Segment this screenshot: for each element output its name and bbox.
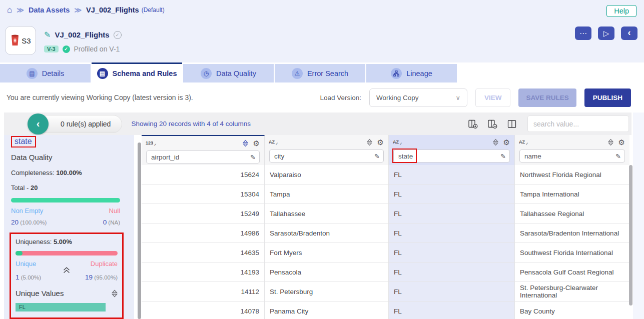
- tab-lineage[interactable]: Lineage: [366, 64, 457, 82]
- header-action-buttons: ⋯ ▷ ‹: [575, 26, 637, 40]
- more-actions-button[interactable]: ⋯: [575, 26, 591, 40]
- cell-airport-id[interactable]: 14193: [142, 262, 265, 282]
- cell-city[interactable]: St. Petersburg: [265, 282, 389, 301]
- cell-state[interactable]: FL: [389, 184, 515, 204]
- cell-name[interactable]: Bay County: [515, 302, 629, 319]
- cell-airport-id[interactable]: 14078: [142, 302, 265, 319]
- cell-name[interactable]: Northwest Florida Regional: [515, 165, 629, 184]
- split-columns-icon[interactable]: [507, 119, 517, 129]
- table-row: 15304 Tampa FL Tampa International: [142, 184, 629, 204]
- column-settings-icon[interactable]: ⚙: [377, 138, 384, 146]
- load-version-label: Load Version:: [320, 94, 361, 102]
- sort-column-icon[interactable]: [608, 138, 613, 146]
- cell-state[interactable]: FL: [389, 243, 515, 262]
- cell-name[interactable]: Tampa International: [515, 184, 629, 204]
- tab-details[interactable]: ▤ Details: [0, 64, 91, 82]
- cell-airport-id[interactable]: 14986: [142, 224, 265, 242]
- cell-city[interactable]: Sarasota/Bradenton: [265, 224, 389, 242]
- verified-icon: ✓: [114, 31, 122, 39]
- cell-city[interactable]: Valparaiso: [265, 165, 389, 184]
- cell-airport-id[interactable]: 15304: [142, 184, 265, 204]
- cell-state[interactable]: FL: [389, 282, 515, 301]
- grid-scrollbar[interactable]: [629, 165, 632, 306]
- cell-name[interactable]: St. Petersburg-Clearwater International: [515, 282, 629, 301]
- column-settings-icon[interactable]: ⚙: [503, 138, 510, 146]
- cell-city[interactable]: Tampa: [265, 184, 389, 204]
- edit-column-icon[interactable]: ✎: [250, 154, 256, 161]
- cell-city[interactable]: Panama City: [265, 302, 389, 319]
- version-bar: You are currently viewing Working Copy (…: [0, 82, 644, 112]
- tab-label: Lineage: [406, 70, 432, 78]
- home-icon[interactable]: ⌂: [7, 6, 12, 14]
- null-count: 0 (NA): [103, 218, 120, 226]
- tab-label: Details: [42, 70, 64, 78]
- tab-error-search[interactable]: ⚠ Error Search: [275, 64, 365, 82]
- save-rules-button[interactable]: SAVE RULES: [518, 88, 576, 107]
- unique-count: 1 (5.00%): [16, 274, 41, 281]
- tab-data-quality[interactable]: ◷ Data Quality: [183, 64, 274, 82]
- column-name-input[interactable]: [150, 153, 250, 162]
- cell-airport-id[interactable]: 14112: [142, 282, 265, 301]
- chevron-left-icon: ‹: [37, 118, 40, 130]
- collapse-section-icon[interactable]: [63, 267, 71, 275]
- cell-name[interactable]: Pensacola Gulf Coast Regional: [515, 262, 629, 282]
- add-column-icon[interactable]: [468, 119, 478, 129]
- asset-title: VJ_002_Flights: [55, 30, 109, 39]
- cell-city[interactable]: Pensacola: [265, 262, 389, 282]
- sort-column-icon[interactable]: [367, 138, 372, 146]
- cell-airport-id[interactable]: 15249: [142, 204, 265, 223]
- unique-value-bar[interactable]: FL: [16, 303, 106, 312]
- tab-schema-and-rules[interactable]: ▤ Schema and Rules: [92, 62, 182, 82]
- total-line: Total - 20: [11, 184, 134, 192]
- table-row: 15249 Tallahassee FL Tallahassee Regiona…: [142, 204, 629, 224]
- publish-button[interactable]: PUBLISH: [584, 88, 631, 107]
- cell-name[interactable]: Southwest Florida International: [515, 243, 629, 262]
- edit-column-icon[interactable]: ✎: [374, 152, 380, 160]
- cell-city[interactable]: Tallahassee: [265, 204, 389, 223]
- selected-column-name-annotated[interactable]: state: [11, 136, 36, 148]
- sort-column-icon[interactable]: [493, 138, 498, 146]
- column-name-input[interactable]: [273, 152, 374, 160]
- help-button[interactable]: Help: [606, 5, 636, 17]
- cell-name[interactable]: Sarasota/Bradenton International: [515, 224, 629, 242]
- collapse-header-button[interactable]: ‹: [621, 26, 637, 40]
- column-name-input[interactable]: [523, 152, 615, 160]
- cell-state[interactable]: FL: [389, 302, 515, 319]
- sort-unique-values-icon[interactable]: [112, 290, 118, 298]
- table-row: 15624 Valparaiso FL Northwest Florida Re…: [142, 165, 629, 184]
- tab-label: Error Search: [307, 70, 348, 78]
- cell-state[interactable]: FL: [389, 204, 515, 223]
- remove-column-icon[interactable]: [487, 119, 497, 129]
- breadcrumb-current-asset[interactable]: VJ_002_Flights: [86, 6, 139, 14]
- grid-body: 15624 Valparaiso FL Northwest Florida Re…: [142, 165, 629, 319]
- edit-column-icon[interactable]: ✎: [500, 152, 506, 160]
- panel-scrollbar[interactable]: [138, 142, 141, 319]
- load-version-select[interactable]: Working Copy ∨: [369, 88, 467, 107]
- run-profile-button[interactable]: ▷: [598, 26, 614, 40]
- cell-state[interactable]: FL: [389, 224, 515, 242]
- column-settings-icon[interactable]: ⚙: [253, 140, 260, 147]
- edit-column-icon[interactable]: ✎: [615, 152, 621, 160]
- cell-city[interactable]: Fort Myers: [265, 243, 389, 262]
- table-row: 14112 St. Petersburg FL St. Petersburg-C…: [142, 282, 629, 302]
- view-button[interactable]: VIEW: [475, 88, 511, 107]
- breadcrumb-default-suffix: (Default): [142, 6, 165, 14]
- sort-column-icon[interactable]: [243, 140, 248, 147]
- source-type-label: S3: [22, 36, 31, 45]
- breadcrumb-data-assets[interactable]: Data Assets: [29, 6, 70, 14]
- cell-airport-id[interactable]: 15624: [142, 165, 265, 184]
- search-value-input[interactable]: [527, 116, 629, 132]
- table-row: 14078 Panama City FL Bay County: [142, 302, 629, 319]
- column-header-name: AZ✓ ⚙ ✎: [515, 135, 629, 165]
- cell-airport-id[interactable]: 14635: [142, 243, 265, 262]
- collapse-panel-button[interactable]: ‹: [28, 114, 49, 134]
- breadcrumb-separator-icon: ≫: [74, 6, 82, 14]
- cell-state[interactable]: FL: [389, 262, 515, 282]
- uniqueness-bar: [16, 251, 118, 256]
- data-quality-section-title: Data Quality: [11, 153, 134, 162]
- cell-name[interactable]: Tallahassee Regional: [515, 204, 629, 223]
- edit-title-icon[interactable]: ✎: [44, 30, 51, 40]
- cell-state[interactable]: FL: [389, 165, 515, 184]
- column-settings-icon[interactable]: ⚙: [618, 138, 625, 146]
- unique-values-title: Unique Values: [16, 289, 64, 298]
